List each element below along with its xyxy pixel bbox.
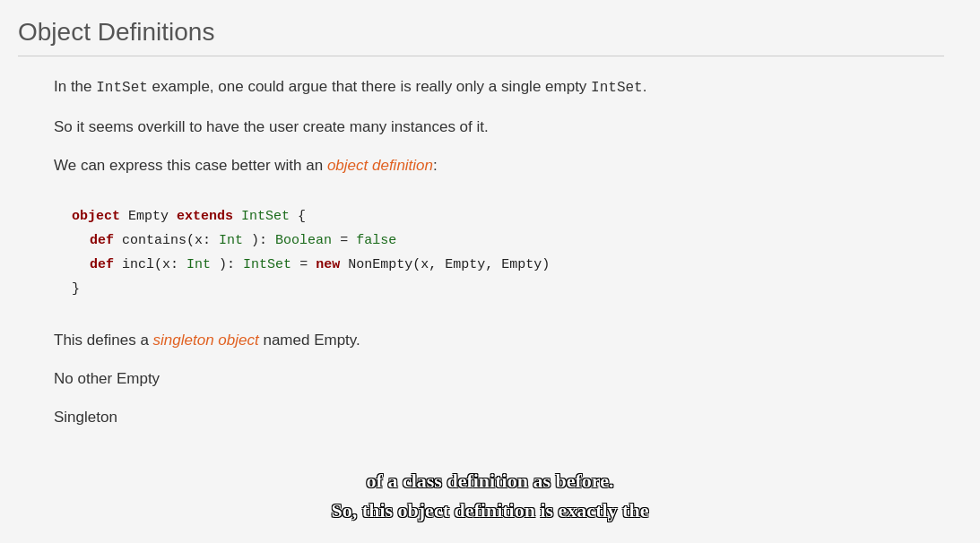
- subtitle-overlay: of a class definition as before. So, thi…: [0, 466, 980, 525]
- inline-code-intset-1: IntSet: [96, 80, 148, 96]
- keyword-def-2: def: [90, 257, 114, 272]
- paragraph-3: We can express this case better with an …: [54, 153, 944, 177]
- code-empty-class: Empty: [128, 209, 177, 224]
- code-brace-close: }: [72, 281, 80, 297]
- content-area: In the IntSet example, one could argue t…: [18, 74, 944, 430]
- code-int-type-1: Int: [219, 233, 243, 248]
- italic-singleton-object: singleton object: [153, 332, 259, 349]
- code-line-3: def incl(x: Int ): IntSet = new NonEmpty…: [72, 253, 926, 277]
- code-line-1: object Empty extends IntSet {: [72, 204, 926, 228]
- italic-object-definition: object definition: [327, 157, 433, 174]
- code-block: object Empty extends IntSet { def contai…: [54, 192, 944, 314]
- code-equals-1: =: [340, 233, 356, 248]
- code-contains: contains(x:: [122, 233, 219, 248]
- code-line-4: }: [72, 277, 926, 301]
- paragraph-7: Singletonthis, object definition is exac…: [54, 405, 944, 429]
- code-equals-2: =: [299, 257, 316, 272]
- inline-code-intset-2: IntSet: [591, 80, 643, 96]
- code-line-2: def contains(x: Int ): Boolean = false: [72, 228, 926, 253]
- keyword-def-1: def: [90, 233, 114, 248]
- code-boolean-type: Boolean: [275, 233, 332, 248]
- code-incl: incl(x:: [122, 257, 186, 272]
- code-incl-mid: ):: [219, 257, 243, 272]
- subtitle-line-2: So, this object definition is exactly th…: [27, 496, 953, 525]
- slide-title: Object Definitions: [18, 18, 944, 56]
- code-int-type-2: Int: [186, 257, 211, 272]
- keyword-extends: extends: [177, 209, 233, 224]
- code-nonempty: NonEmpty(x, Empty, Empty): [348, 257, 550, 272]
- slide-container: Object Definitions In the IntSet example…: [0, 0, 980, 543]
- paragraph-1: In the IntSet example, one could argue t…: [54, 74, 944, 100]
- paragraph-2: So it seems overkill to have the user cr…: [54, 115, 944, 139]
- keyword-object: object: [72, 209, 120, 224]
- subtitle-line-1: of a class definition as before.: [27, 466, 953, 496]
- paragraph-6: No other Empty of a class definition as …: [54, 366, 944, 391]
- code-brace-open: {: [298, 209, 306, 224]
- code-intset-return: IntSet: [243, 257, 291, 272]
- code-intset-type: IntSet: [241, 209, 290, 224]
- keyword-new: new: [316, 257, 340, 272]
- code-false-val: false: [356, 233, 396, 248]
- code-contains-mid: ):: [251, 233, 275, 248]
- paragraph-5: This defines a singleton object named Em…: [54, 328, 944, 352]
